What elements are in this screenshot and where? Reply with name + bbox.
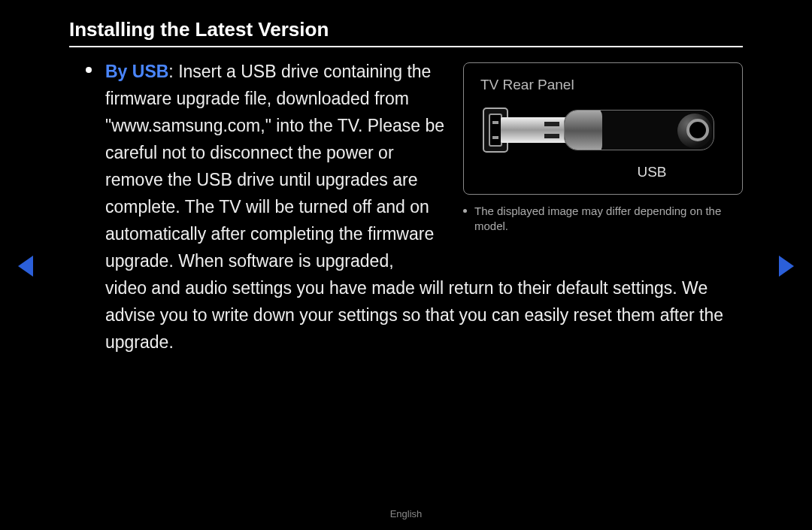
panel-title: TV Rear Panel	[480, 77, 726, 93]
body-part1: : Insert a USB drive containing the firm…	[105, 62, 444, 271]
nav-next-button[interactable]	[779, 256, 794, 277]
body-text-top: By USB: Insert a USB drive containing th…	[105, 58, 447, 274]
usb-drive-icon	[564, 110, 714, 150]
usb-label: USB	[480, 164, 726, 180]
usb-diagram	[483, 104, 723, 156]
page-heading: Installing the Latest Version	[69, 18, 743, 47]
note-bullet-icon	[463, 209, 467, 213]
usb-connector-icon	[501, 117, 568, 143]
language-footer: English	[0, 508, 812, 519]
body-text-continued: video and audio settings you have made w…	[105, 274, 743, 356]
bullet-icon	[86, 67, 92, 73]
nav-prev-button[interactable]	[18, 256, 33, 277]
method-label: By USB	[105, 62, 168, 81]
rear-panel-illustration: TV Rear Panel USB	[463, 62, 743, 195]
image-note: The displayed image may differ depending…	[474, 204, 743, 234]
